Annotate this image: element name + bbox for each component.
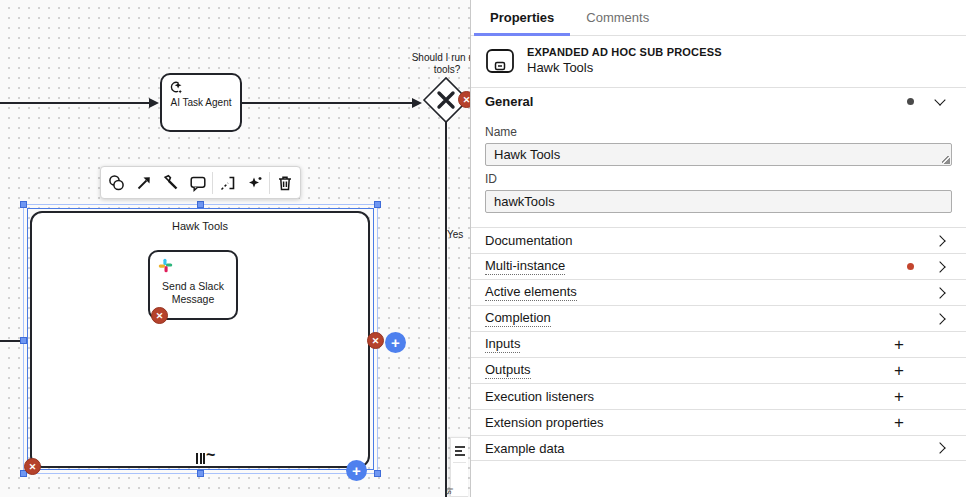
append-plus-button[interactable]: + [385, 332, 406, 353]
resize-handle-s[interactable] [197, 470, 204, 477]
section-row-outputs[interactable]: Outputs+ [471, 357, 966, 383]
name-input[interactable]: Hawk Tools [485, 143, 952, 166]
subprocess-title: Hawk Tools [32, 220, 368, 232]
chevron-down-icon[interactable] [934, 94, 945, 105]
edited-dot-icon [907, 98, 914, 105]
task-label: Send a Slack Message [150, 280, 236, 306]
flow-label-yes: Yes [447, 229, 463, 240]
add-entry-button[interactable]: + [894, 414, 904, 431]
tab-comments[interactable]: Comments [570, 0, 665, 35]
add-entry-button[interactable]: + [894, 336, 904, 353]
gateway-label: Should I run mo tools? [411, 52, 470, 76]
collapsed-panel-tab[interactable]: ls [450, 437, 468, 497]
connect-arrow-icon[interactable] [130, 168, 157, 197]
ai-sparkle-icon[interactable] [241, 168, 268, 197]
overlap-shapes-icon[interactable] [103, 168, 130, 197]
section-row-multi-instance[interactable]: Multi-instance [471, 253, 966, 279]
error-badge-icon[interactable]: ✕ [24, 458, 41, 475]
panel-tabs: Properties Comments [471, 0, 966, 36]
section-row-execution-listeners[interactable]: Execution listeners+ [471, 383, 966, 409]
task-ai-task-agent[interactable]: AI Task Agent [160, 73, 242, 132]
resize-handle-ne[interactable] [374, 201, 381, 208]
subprocess-markers: ~ [186, 450, 230, 468]
section-label: Active elements [485, 284, 577, 301]
error-badge-icon[interactable]: ✕ [367, 332, 384, 349]
collapsed-tab-label: ls [444, 488, 454, 495]
section-row-example-data[interactable]: Example data [471, 435, 966, 461]
general-fields: Name Hawk Tools ID [471, 115, 966, 227]
id-field-label: ID [485, 172, 952, 186]
group-header-general[interactable]: General [471, 87, 966, 115]
add-entry-button[interactable]: + [894, 388, 904, 405]
chevron-right-icon[interactable] [934, 442, 945, 453]
properties-panel: Properties Comments EXPANDED AD HOC SUB … [470, 0, 966, 497]
wrench-icon[interactable] [157, 168, 184, 197]
chevron-right-icon[interactable] [934, 235, 945, 246]
adhoc-marker-icon: ~ [206, 446, 215, 464]
bpmn-canvas[interactable]: Should I run mo tools? ✕ AI Task Agent Y… [0, 0, 470, 497]
section-label: Execution listeners [485, 389, 594, 404]
tab-properties[interactable]: Properties [474, 0, 570, 35]
divider [269, 172, 270, 194]
section-label: Completion [485, 310, 551, 327]
add-entry-button[interactable]: + [894, 362, 904, 379]
resize-handle-w[interactable] [20, 337, 27, 344]
name-field-label: Name [485, 125, 952, 139]
chevron-right-icon[interactable] [934, 261, 945, 272]
append-plus-button[interactable]: + [346, 460, 367, 481]
multi-instance-marker-icon [196, 453, 205, 464]
resize-handle-se[interactable] [374, 470, 381, 477]
group-title: General [485, 94, 533, 109]
error-badge-icon[interactable]: ✕ [458, 91, 470, 108]
chevron-right-icon[interactable] [934, 313, 945, 324]
error-dot-icon [907, 263, 914, 270]
section-label: Multi-instance [485, 258, 565, 275]
section-label: Documentation [485, 233, 572, 248]
section-label: Outputs [485, 362, 531, 379]
section-label: Example data [485, 441, 565, 456]
element-header: EXPANDED AD HOC SUB PROCESS Hawk Tools [471, 36, 966, 87]
divider [453, 462, 466, 463]
resize-handle-nw[interactable] [20, 201, 27, 208]
section-row-inputs[interactable]: Inputs+ [471, 331, 966, 357]
app: Should I run mo tools? ✕ AI Task Agent Y… [0, 0, 966, 497]
arrowhead [149, 98, 159, 108]
adhoc-subprocess-icon [485, 48, 515, 74]
slack-icon [158, 258, 173, 273]
text-annotation-icon[interactable] [214, 168, 241, 197]
ai-agent-icon [167, 79, 183, 95]
context-pad [100, 166, 301, 199]
section-list: DocumentationMulti-instanceActive elemen… [471, 227, 966, 461]
element-type-label: EXPANDED AD HOC SUB PROCESS [527, 46, 722, 58]
section-row-documentation[interactable]: Documentation [471, 227, 966, 253]
chevron-right-icon[interactable] [934, 287, 945, 298]
section-label: Extension properties [485, 415, 604, 430]
comment-icon[interactable] [184, 168, 211, 197]
trash-icon[interactable] [271, 168, 298, 197]
section-row-extension-properties[interactable]: Extension properties+ [471, 409, 966, 435]
section-row-active-elements[interactable]: Active elements [471, 279, 966, 305]
task-label: AI Task Agent [162, 97, 240, 110]
list-icon [455, 446, 465, 456]
section-label: Inputs [485, 336, 520, 353]
arrowhead [412, 98, 422, 108]
element-name: Hawk Tools [527, 60, 722, 75]
section-row-completion[interactable]: Completion [471, 305, 966, 331]
resize-grip-icon[interactable] [942, 156, 950, 164]
id-input[interactable] [485, 190, 952, 213]
divider [212, 172, 213, 194]
resize-handle-n[interactable] [197, 201, 204, 208]
error-badge-icon[interactable]: ✕ [151, 307, 168, 324]
